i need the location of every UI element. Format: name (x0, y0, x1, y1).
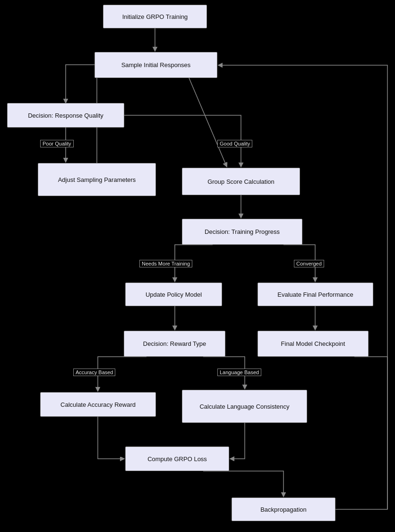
decision-reward-node: Decision: Reward Type (124, 331, 225, 357)
adjust-sampling-node: Adjust Sampling Parameters (38, 163, 156, 196)
sample-node: Sample Initial Responses (94, 52, 217, 78)
good-quality-label: Good Quality (217, 140, 252, 147)
calc-language-node: Calculate Language Consistency (182, 390, 307, 423)
evaluate-final-node: Evaluate Final Performance (258, 283, 373, 306)
needs-more-training-label: Needs More Training (139, 260, 192, 267)
update-policy-node: Update Policy Model (125, 283, 222, 306)
decision-training-node: Decision: Training Progress (182, 219, 302, 245)
converged-label: Converged (294, 260, 324, 267)
final-checkpoint-node: Final Model Checkpoint (258, 331, 369, 357)
language-based-label: Language Based (217, 369, 261, 376)
backprop-node: Backpropagation (232, 498, 335, 521)
calc-accuracy-node: Calculate Accuracy Reward (40, 392, 156, 417)
group-score-node: Group Score Calculation (182, 168, 300, 195)
initialize-node: Initialize GRPO Training (103, 5, 207, 28)
flowchart-diagram: Initialize GRPO Training Sample Initial … (0, 0, 395, 532)
decision-quality-node: Decision: Response Quality (7, 103, 124, 128)
accuracy-based-label: Accuracy Based (73, 369, 115, 376)
compute-loss-node: Compute GRPO Loss (125, 446, 229, 471)
poor-quality-label: Poor Quality (40, 140, 74, 147)
svg-line-3 (189, 78, 227, 167)
